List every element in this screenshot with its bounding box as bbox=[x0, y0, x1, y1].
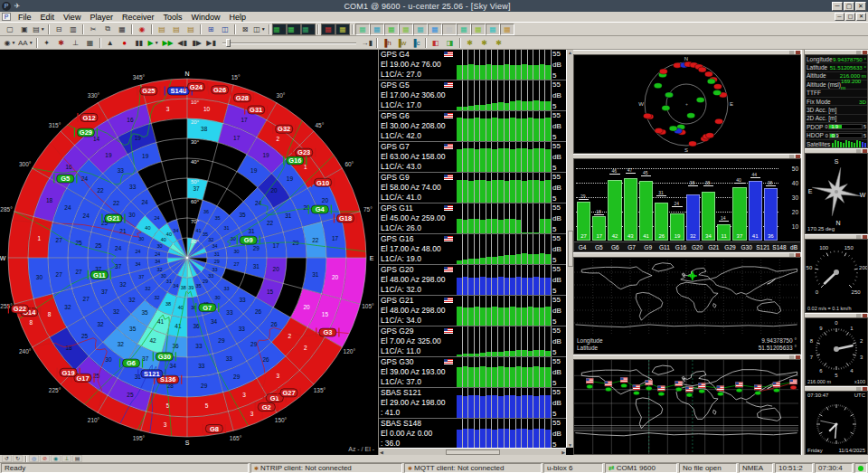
navigation-data-panel[interactable]: Longitude9.94378750 °Latitude51.51205633… bbox=[805, 54, 868, 148]
close-view-icon[interactable]: ⊠ bbox=[238, 24, 252, 35]
clock-panel[interactable]: 07:30:47 UTC Friday 11/14/2025 bbox=[805, 391, 868, 455]
us-flag-icon bbox=[444, 175, 453, 180]
hotkeys-icon[interactable]: ▦ bbox=[83, 37, 98, 49]
pause-icon[interactable]: ▮▮ bbox=[132, 37, 146, 49]
messages-view-icon[interactable]: ▦ bbox=[321, 24, 335, 35]
open-file-icon[interactable]: ▤▼ bbox=[32, 24, 46, 35]
cut-icon[interactable]: ✂ bbox=[86, 24, 100, 35]
print-preview-icon[interactable]: ▥ bbox=[66, 24, 80, 35]
satellite-row-G4[interactable]: GPS G4El 19.00 Az 76.00L1C/A: 27.055dB5 bbox=[379, 50, 566, 80]
world-position-map-panel[interactable]: LongitudeLatitude 9.94378750 °51.5120563… bbox=[573, 257, 801, 355]
marker-h-icon[interactable]: ▐h bbox=[380, 37, 394, 49]
eject-icon[interactable]: ▲ bbox=[103, 37, 118, 49]
satellite-row-G29[interactable]: GPS G29El 7.00 Az 325.00L1C/A: 11.055dB5 bbox=[379, 326, 566, 357]
child-window-icon[interactable]: P bbox=[2, 13, 11, 21]
chart-view-icon[interactable]: ▦▼ bbox=[287, 24, 301, 35]
world-map-icon[interactable]: ▦ bbox=[457, 24, 471, 35]
histogram-view-icon[interactable]: ▦ bbox=[413, 24, 428, 35]
gear-3-icon[interactable]: ✱ bbox=[492, 37, 506, 49]
speed-gauge-panel[interactable]: 050100150200250 0.02 m/s = 0.1 km/h bbox=[805, 239, 868, 313]
satellite-row-G9[interactable]: GPS G9El 58.00 Az 74.00L1C/A: 41.055dB5 bbox=[379, 173, 566, 203]
satellite-row-G11[interactable]: GPS G11El 45.00 Az 259.00L1C/A: 26.055dB… bbox=[379, 203, 566, 234]
minimize-button[interactable]: ─ bbox=[832, 2, 843, 11]
new-view-icon[interactable]: ◫▼ bbox=[252, 24, 267, 35]
save-file-icon[interactable]: ▣ bbox=[17, 24, 32, 35]
constellation-view-panel[interactable]: NESW+ bbox=[573, 54, 801, 154]
dock-view-3-icon[interactable]: ▦ bbox=[500, 24, 514, 35]
export-gnss-2-icon[interactable]: ▤ bbox=[169, 24, 184, 35]
menu-edit[interactable]: Edit bbox=[36, 13, 60, 22]
text-size-icon[interactable]: AA▼ bbox=[17, 37, 34, 49]
layout-table-icon[interactable]: ⊞ bbox=[203, 24, 218, 35]
menu-receiver[interactable]: Receiver bbox=[118, 13, 159, 22]
play-icon[interactable]: ▶▼ bbox=[146, 37, 161, 49]
print-icon[interactable]: ⊟ bbox=[52, 24, 66, 35]
magic-tool-icon[interactable]: ✦ bbox=[40, 37, 54, 49]
list-horizontal-scrollbar[interactable]: ◀▶ bbox=[379, 448, 566, 455]
jump-end-icon[interactable]: →▮ bbox=[360, 37, 374, 49]
satellite-row-G30[interactable]: GPS G30El 39.00 Az 193.00L1C/A: 37.055dB… bbox=[379, 357, 566, 388]
child-minimize-button[interactable]: ─ bbox=[835, 13, 844, 21]
maximize-button[interactable]: ▢ bbox=[844, 2, 854, 11]
marker-c-icon[interactable]: ▐c bbox=[409, 37, 423, 49]
layout-columns-icon[interactable]: ◫ bbox=[218, 24, 232, 35]
signal-strength-chart-panel[interactable]: 2729171842464347414526311924323834381114… bbox=[573, 158, 801, 252]
camera-view-icon[interactable]: ▦▼ bbox=[301, 24, 316, 35]
gear-2-icon[interactable]: ✱ bbox=[477, 37, 492, 49]
satellite-row-G5[interactable]: GPS G5El 17.00 Az 306.00L1C/A: 17.055dB5 bbox=[379, 80, 566, 111]
binary-console-icon[interactable]: ▦ bbox=[355, 24, 370, 35]
fast-forward-icon[interactable]: ▶▶ bbox=[161, 37, 175, 49]
satellite-row-G21[interactable]: GPS G21El 48.00 Az 298.00L1C/A: 34.055dB… bbox=[379, 296, 566, 326]
compass-panel[interactable]: SEWN 170.25 deg bbox=[805, 153, 868, 234]
list-vertical-scrollbar[interactable]: ▲▼ bbox=[566, 50, 573, 448]
satellite-row-G16[interactable]: GPS G16El 17.00 Az 48.00L1C/A: 19.055dB5 bbox=[379, 234, 566, 265]
satellite-row-S121[interactable]: SBAS S121El 29.00 Az 198.00: 41.055dB5 bbox=[379, 388, 566, 419]
sky-view-icon[interactable]: ▦ bbox=[442, 24, 457, 35]
menu-tools[interactable]: Tools bbox=[158, 13, 186, 22]
dock-toggle-1-icon[interactable]: ◧ bbox=[429, 37, 443, 49]
satellite-signal-history-panel[interactable]: GPS G4El 19.00 Az 76.00L1C/A: 27.055dB5G… bbox=[378, 50, 573, 455]
menu-help[interactable]: Help bbox=[224, 13, 250, 22]
svg-text:E: E bbox=[730, 101, 733, 107]
views-eye-icon[interactable]: ◉▼ bbox=[3, 37, 17, 49]
menu-player[interactable]: Player bbox=[85, 13, 118, 22]
marker-w-icon[interactable]: ▐w bbox=[394, 37, 409, 49]
new-file-icon[interactable]: ▢ bbox=[3, 24, 17, 35]
export-gnss-3-icon[interactable]: ▤ bbox=[184, 24, 198, 35]
antenna-tree-icon[interactable]: ⊥ bbox=[69, 37, 83, 49]
gear-1-icon[interactable]: ✱ bbox=[463, 37, 477, 49]
debug-hotkey-icon[interactable]: ✱ bbox=[54, 37, 69, 49]
close-button[interactable]: ✕ bbox=[855, 2, 866, 11]
menu-window[interactable]: Window bbox=[186, 13, 224, 22]
dock-view-2-icon[interactable]: ▦ bbox=[486, 24, 500, 35]
satellite-ground-track-map-panel[interactable] bbox=[573, 359, 801, 455]
skip-forward-icon[interactable]: ▶▮ bbox=[204, 37, 219, 49]
paste-icon[interactable]: ▦ bbox=[115, 24, 129, 35]
satellite-row-G20[interactable]: GPS G20El 48.00 Az 298.00L1C/A: 32.055dB… bbox=[379, 265, 566, 296]
satellite-row-S148[interactable]: SBAS S148El 0.00 Az 0.00: 36.055dB5 bbox=[379, 419, 566, 449]
statistic-view-icon[interactable]: ▦ bbox=[384, 24, 399, 35]
satellite-row-G7[interactable]: GPS G7El 63.00 Az 158.00L1C/A: 43.055dB5 bbox=[379, 142, 566, 173]
satellite-row-G6[interactable]: GPS G6El 30.00 Az 208.00L1C/A: 42.055dB5 bbox=[379, 111, 566, 142]
step-forward-icon[interactable]: ▮▶ bbox=[190, 37, 204, 49]
export-gnss-1-icon[interactable]: ▤ bbox=[155, 24, 169, 35]
child-close-button[interactable]: ✕ bbox=[856, 13, 866, 21]
dock-view-1-icon[interactable]: ▦ bbox=[471, 24, 486, 35]
dock-toggle-2-icon[interactable]: ◨ bbox=[443, 37, 458, 49]
menu-file[interactable]: File bbox=[14, 13, 36, 22]
playback-position-slider[interactable] bbox=[222, 39, 356, 47]
deviation-map-icon[interactable]: ▦ bbox=[428, 24, 442, 35]
record-icon[interactable]: ● bbox=[118, 37, 132, 49]
ublox-logo-icon[interactable]: ◉ bbox=[135, 24, 149, 35]
map-view-icon[interactable]: ▦▼ bbox=[272, 24, 287, 35]
text-console-icon[interactable]: ▦ bbox=[370, 24, 384, 35]
menu-view[interactable]: View bbox=[59, 13, 85, 22]
packet-console-icon[interactable]: ▦ bbox=[335, 24, 350, 35]
table-view-icon[interactable]: ▦ bbox=[399, 24, 413, 35]
altimeter-panel[interactable]: 0123456789 216.000 m x100 bbox=[805, 317, 868, 386]
sky-satellite-S121[interactable]: S121 bbox=[138, 369, 165, 378]
copy-icon[interactable]: ⧉ bbox=[100, 24, 115, 35]
step-back-icon[interactable]: ◀▮ bbox=[175, 37, 190, 49]
sky-view-panel[interactable]: 3338101721201720152335525251883011816141… bbox=[0, 50, 378, 455]
child-restore-button[interactable]: ▢ bbox=[845, 13, 855, 21]
